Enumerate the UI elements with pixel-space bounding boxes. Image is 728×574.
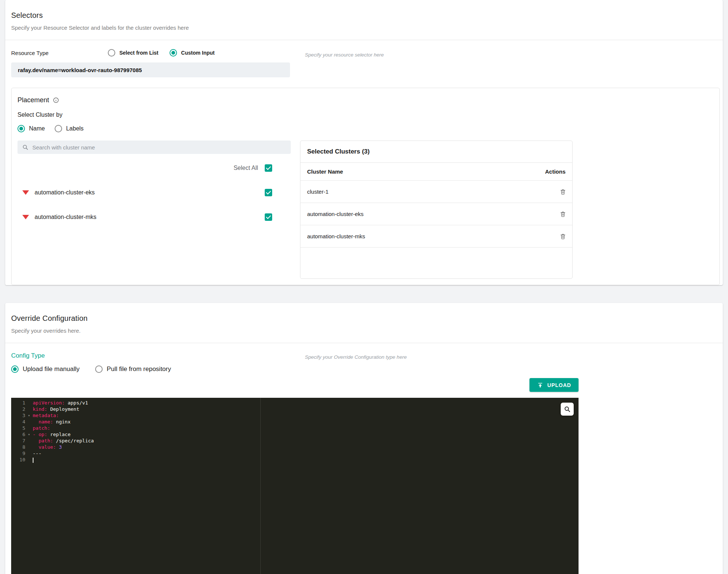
config-type-section: Config Type Upload file manually Pull fi…: [5, 343, 723, 373]
selected-cluster-row: cluster-1: [300, 181, 572, 203]
radio-labels[interactable]: Labels: [55, 125, 84, 132]
upload-button[interactable]: UPLOAD: [529, 378, 579, 392]
code-line[interactable]: 5patch:: [11, 425, 579, 431]
upload-row: UPLOAD: [11, 378, 579, 392]
placement-title-row: Placement: [17, 94, 713, 104]
override-content: UPLOAD 1apiVersion: apps/v12kind: Deploy…: [11, 378, 579, 574]
radio-custom-input[interactable]: Custom Input: [170, 49, 215, 57]
code-text: name: nginx: [33, 419, 71, 425]
cluster-search-input[interactable]: Search with cluster name: [17, 141, 291, 154]
search-icon: [22, 144, 29, 151]
editor-search-button[interactable]: [561, 403, 574, 416]
select-all-checkbox[interactable]: [265, 164, 272, 172]
code-line[interactable]: 9---: [11, 450, 579, 457]
cluster-list-item[interactable]: automation-cluster-eks: [17, 189, 291, 196]
delete-cluster-button[interactable]: [557, 186, 568, 197]
cluster-list: automation-cluster-eksautomation-cluster…: [17, 189, 291, 221]
upload-button-label: UPLOAD: [547, 382, 571, 388]
editor-lines: 1apiVersion: apps/v12kind: Deployment3▾m…: [11, 400, 579, 463]
cluster-list-item[interactable]: automation-cluster-mks: [17, 213, 291, 221]
code-text: metadata:: [33, 412, 59, 419]
radio-selected-icon: [17, 125, 25, 132]
code-line[interactable]: 4 name: nginx: [11, 419, 579, 425]
selected-cluster-name: cluster-1: [307, 188, 329, 195]
trash-icon: [560, 233, 566, 240]
selectors-title: Selectors: [11, 11, 717, 20]
code-text: - op: replace: [33, 431, 71, 438]
selectors-card: Selectors Specify your Resource Selector…: [5, 0, 723, 285]
radio-upload-file-manually[interactable]: Upload file manually: [11, 365, 80, 373]
search-placeholder: Search with cluster name: [32, 144, 95, 151]
placement-panel: Placement Select Cluster by Name: [11, 88, 720, 285]
cluster-provider-icon: [22, 190, 29, 195]
fold-spacer: [25, 406, 33, 412]
fold-spacer: [25, 444, 33, 450]
code-line[interactable]: 2kind: Deployment: [11, 406, 579, 412]
cluster-checkbox[interactable]: [265, 213, 272, 221]
code-line[interactable]: 1apiVersion: apps/v1: [11, 400, 579, 406]
line-number: 6: [11, 431, 25, 438]
cluster-picker-column: Search with cluster name Select All auto…: [17, 141, 291, 279]
code-line[interactable]: 8 value: 3: [11, 444, 579, 450]
cluster-name-label: automation-cluster-eks: [35, 189, 95, 196]
column-actions: Actions: [545, 168, 566, 175]
selected-cluster-row: automation-cluster-mks: [300, 225, 572, 248]
override-title: Override Configuration: [11, 314, 717, 323]
resource-type-label: Resource Type: [11, 50, 108, 56]
radio-select-from-list[interactable]: Select from List: [108, 49, 158, 57]
radio-icon: [108, 49, 115, 57]
resource-selector-hint: Specify your resource selector here: [305, 52, 384, 58]
delete-cluster-button[interactable]: [557, 231, 568, 242]
code-text: kind: Deployment: [33, 406, 79, 412]
radio-label: Custom Input: [181, 50, 215, 56]
code-line[interactable]: 10: [11, 457, 579, 463]
selected-cluster-row: automation-cluster-eks: [300, 203, 572, 225]
fold-spacer: [25, 438, 33, 444]
radio-selected-icon: [11, 365, 19, 373]
config-type-radio-group: Upload file manually Pull file from repo…: [11, 365, 717, 373]
column-cluster-name: Cluster Name: [307, 168, 343, 175]
radio-label: Pull file from repository: [107, 365, 171, 373]
code-text: ---: [33, 450, 41, 457]
radio-label: Upload file manually: [23, 365, 80, 373]
line-number: 8: [11, 444, 25, 450]
placement-title: Placement: [17, 96, 49, 104]
resource-selector-value: rafay.dev/name=workload-ovr-rauto-987997…: [18, 67, 142, 73]
override-card-header: Override Configuration Specify your over…: [5, 303, 723, 343]
selected-clusters-header: Cluster Name Actions: [300, 163, 572, 181]
select-cluster-by-label: Select Cluster by: [17, 112, 713, 118]
code-text: value: 3: [33, 444, 62, 450]
selectors-subtitle: Specify your Resource Selector and label…: [11, 25, 717, 31]
code-text: patch:: [33, 425, 50, 431]
code-line[interactable]: 6▾- op: replace: [11, 431, 579, 438]
selected-clusters-rows: cluster-1automation-cluster-eksautomatio…: [300, 181, 572, 248]
placement-columns: Search with cluster name Select All auto…: [17, 141, 713, 279]
delete-cluster-button[interactable]: [557, 209, 568, 220]
selectors-card-header: Selectors Specify your Resource Selector…: [5, 0, 723, 40]
radio-name[interactable]: Name: [17, 125, 45, 132]
code-line[interactable]: 3▾metadata:: [11, 412, 579, 419]
resource-selector-input[interactable]: rafay.dev/name=workload-ovr-rauto-987997…: [11, 62, 290, 77]
code-line[interactable]: 7 path: /spec/replica: [11, 438, 579, 444]
info-icon[interactable]: [53, 97, 59, 103]
cluster-checkbox[interactable]: [265, 189, 272, 196]
page: Selectors Specify your Resource Selector…: [0, 0, 728, 574]
fold-spacer: [25, 425, 33, 431]
yaml-editor[interactable]: 1apiVersion: apps/v12kind: Deployment3▾m…: [11, 398, 579, 574]
trash-icon: [560, 211, 566, 217]
fold-spacer: [25, 400, 33, 406]
fold-arrow-icon[interactable]: ▾: [25, 412, 33, 419]
line-number: 3: [11, 412, 25, 419]
radio-pull-file-from-repository[interactable]: Pull file from repository: [95, 365, 171, 373]
fold-arrow-icon[interactable]: ▾: [25, 431, 33, 438]
override-config-hint: Specify your Override Configuration type…: [305, 354, 407, 360]
radio-selected-icon: [170, 49, 177, 57]
override-subtitle: Specify your overrides here.: [11, 328, 717, 334]
radio-label: Labels: [66, 125, 84, 132]
code-text: path: /spec/replica: [33, 438, 94, 444]
select-all-label: Select All: [233, 165, 258, 171]
line-number: 1: [11, 400, 25, 406]
radio-label: Select from List: [119, 50, 158, 56]
line-number: 5: [11, 425, 25, 431]
selected-cluster-name: automation-cluster-eks: [307, 211, 364, 217]
